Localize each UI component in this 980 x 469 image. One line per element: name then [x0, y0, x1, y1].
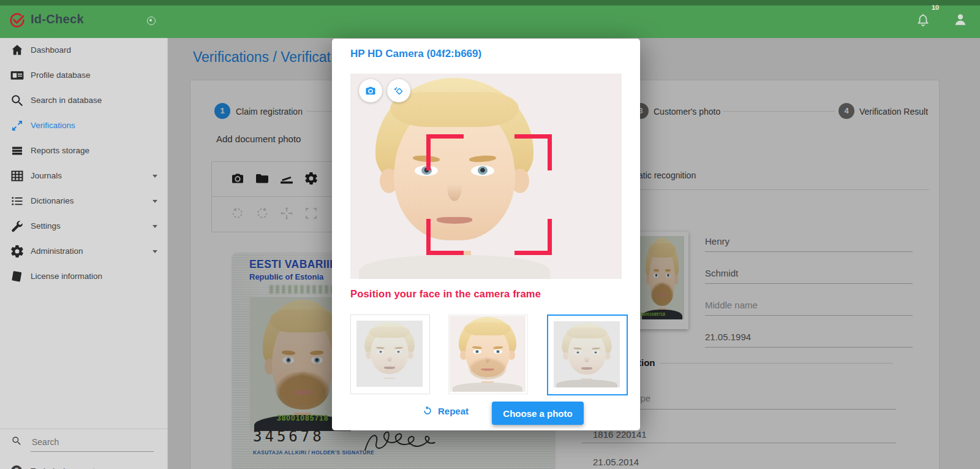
sidebar-item-label: Verifications — [31, 121, 75, 130]
sidebar-item-label: Administration — [31, 246, 83, 256]
chevron-down-icon — [153, 225, 157, 228]
sidebar-item-dictionaries[interactable]: Dictionaries — [0, 189, 167, 214]
position-face-instruction: Position your face in the camera frame — [350, 288, 541, 300]
chevron-down-icon — [153, 175, 157, 178]
sidebar: Dashboard Profile database Search in dat… — [0, 38, 168, 469]
user-account-icon[interactable] — [952, 11, 969, 28]
app-title: Id-Check — [31, 12, 84, 26]
technical-support-link[interactable]: Technical support — [31, 467, 95, 469]
sidebar-item-label: Reports storage — [31, 146, 89, 155]
face-frame-corner — [426, 219, 464, 255]
sidebar-item-label: Search in database — [31, 96, 102, 105]
table-icon — [10, 169, 24, 183]
home-icon — [10, 43, 24, 58]
gear-icon — [10, 244, 24, 259]
photo-thumbnail-2[interactable] — [448, 315, 528, 394]
chevron-down-icon — [153, 200, 157, 203]
top-bar: Id-Check 10 — [0, 0, 980, 38]
window-top-edge — [0, 0, 980, 6]
id-card-icon — [10, 68, 24, 83]
sidebar-item-label: Journals — [31, 171, 62, 180]
sidebar-item-label: Profile database — [31, 71, 91, 80]
search-icon — [10, 93, 24, 108]
sidebar-item-reports-storage[interactable]: Reports storage — [0, 139, 167, 164]
camera-capture-dialog: HP HD Camera (04f2:b669) Position your f… — [332, 39, 640, 430]
choose-photo-button[interactable]: Choose a photo — [492, 402, 584, 425]
chevron-down-icon — [153, 250, 157, 253]
sidebar-item-administration[interactable]: Administration — [0, 239, 167, 264]
repeat-label: Repeat — [438, 406, 469, 416]
sidebar-item-dashboard[interactable]: Dashboard — [0, 38, 167, 63]
camera-preview — [350, 74, 622, 279]
refresh-icon — [421, 405, 434, 417]
face-frame-corner — [514, 134, 552, 170]
sidebar-item-settings[interactable]: Settings — [0, 214, 167, 239]
sidebar-item-label: License information — [31, 272, 102, 281]
book-icon — [10, 269, 24, 284]
sidebar-item-journals[interactable]: Journals — [0, 164, 167, 189]
photo-thumbnail-1[interactable] — [350, 315, 430, 394]
flip-camera-icon — [393, 85, 405, 97]
sidebar-item-verifications[interactable]: Verifications — [0, 113, 167, 139]
sidebar-search-input[interactable] — [31, 432, 154, 452]
camera-device-title: HP HD Camera (04f2:b669) — [350, 48, 481, 60]
question-mark-icon: ? — [11, 465, 22, 469]
photo-thumbnail-3-selected[interactable] — [547, 315, 628, 395]
camera-icon — [364, 85, 377, 97]
sidebar-item-license-information[interactable]: License information — [0, 264, 167, 289]
diagonal-arrows-icon — [10, 118, 24, 133]
sidebar-item-label: Dashboard — [31, 45, 71, 55]
status-indicator-icon — [147, 17, 156, 25]
face-frame-corner — [514, 219, 552, 255]
id-check-logo-icon — [8, 11, 26, 29]
search-icon — [11, 435, 22, 446]
wrench-icon — [10, 219, 24, 234]
sidebar-divider — [0, 429, 167, 429]
face-frame-corner — [426, 134, 464, 170]
sidebar-item-label: Settings — [31, 221, 61, 231]
notifications-bell-icon[interactable] — [915, 12, 931, 28]
sidebar-item-search-database[interactable]: Search in database — [0, 88, 167, 113]
repeat-button[interactable]: Repeat — [421, 405, 469, 417]
switch-camera-button[interactable] — [387, 79, 410, 102]
stacked-bars-icon — [10, 143, 24, 158]
take-photo-button[interactable] — [359, 79, 382, 102]
sidebar-item-profile-database[interactable]: Profile database — [0, 63, 167, 88]
bulleted-list-icon — [10, 194, 24, 208]
sidebar-item-label: Dictionaries — [31, 196, 74, 205]
